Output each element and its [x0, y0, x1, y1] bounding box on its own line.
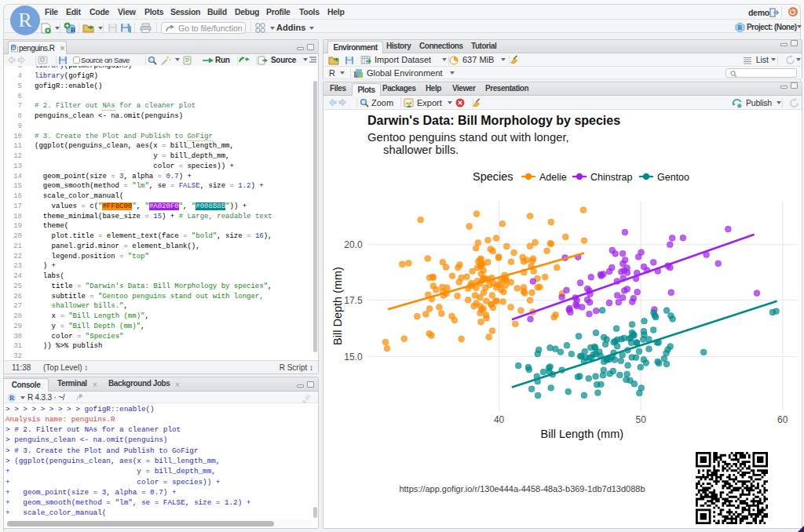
svg-text:Bill Depth (mm): Bill Depth (mm)	[331, 267, 344, 345]
svg-text:R: R	[71, 26, 75, 34]
svg-text:17.5: 17.5	[344, 295, 363, 306]
svg-text:R: R	[9, 394, 15, 402]
svg-text:60: 60	[777, 414, 788, 425]
svg-text:R: R	[12, 45, 16, 50]
svg-text:R: R	[738, 24, 743, 31]
svg-text:Gentoo penguins stand out with: Gentoo penguins stand out with longer,	[367, 131, 569, 144]
svg-text:15.0: 15.0	[344, 352, 363, 363]
svg-text:Bill Length (mm): Bill Length (mm)	[541, 428, 624, 440]
svg-text:40: 40	[494, 414, 505, 425]
svg-text:50: 50	[636, 414, 647, 425]
svg-text:Gentoo: Gentoo	[657, 172, 689, 183]
svg-text:Chinstrap: Chinstrap	[590, 172, 633, 183]
svg-text:Adelie: Adelie	[539, 172, 567, 183]
svg-text:Darwin's Data: Bill Morphology: Darwin's Data: Bill Morphology by specie…	[367, 114, 620, 127]
svg-text:https://app.gofigr.io/r/130e44: https://app.gofigr.io/r/130e444a-4458-48…	[399, 484, 645, 494]
svg-text:shallower bills.: shallower bills.	[383, 144, 459, 156]
svg-text:20.0: 20.0	[344, 239, 363, 250]
svg-text:Species: Species	[473, 170, 513, 183]
